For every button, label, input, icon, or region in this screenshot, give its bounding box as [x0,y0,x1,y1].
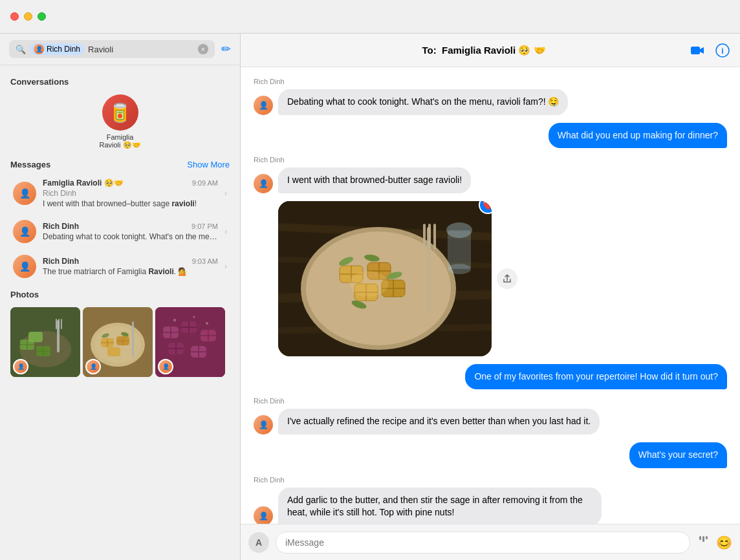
message-row: 👤 I've actually refined the recipe and i… [254,409,727,435]
chat-input-bar: A 😊 [241,524,740,560]
message-row: One of my favorites from your repertoire… [254,364,727,390]
audio-button[interactable] [697,535,710,550]
svg-rect-12 [28,332,43,342]
svg-rect-75 [433,224,436,250]
message-result[interactable]: 👤 Rich Dinh 9:03 AM The true matriarch o… [5,250,235,283]
svg-rect-5 [61,319,62,329]
video-call-button[interactable] [691,45,705,56]
message-result[interactable]: 👤 Rich Dinh 9:07 PM Debating what to coo… [5,215,235,248]
conversation-item[interactable]: 🥫 Famiglia Ravioli 🥺🤝 [0,89,240,155]
svg-rect-73 [423,224,426,250]
close-button[interactable] [10,12,19,21]
svg-point-42 [173,319,176,321]
photo-sender-avatar: 👤 [13,359,28,374]
search-query-text: Ravioli [88,45,113,54]
image-message-container: ❤️ [278,201,492,356]
chat-title: To: Famiglia Ravioli 🥺 🤝 [422,45,545,56]
photo-thumbnail[interactable]: 👤 [155,307,225,377]
message-from: Rich Dinh [43,189,218,198]
message-group-name: Rich Dinh [43,257,79,266]
app-container: 🔍 👤 Rich Dinh Ravioli × ✏ Conversations … [0,34,740,560]
chat-messages: Rich Dinh 👤 Debating what to cook tonigh… [241,67,740,524]
message-bubble: Debating what to cook tonight. What's on… [278,89,568,115]
sender-label: Rich Dinh [254,397,727,405]
message-result-header: Rich Dinh 9:03 AM [43,257,218,266]
compose-button[interactable]: ✏ [221,42,231,56]
message-group: Rich Dinh 👤 I've actually refined the re… [254,397,727,435]
message-result[interactable]: 👤 Famiglia Ravioli 🥺🤝 9:09 AM Rich Dinh … [5,173,235,213]
svg-point-44 [206,322,208,325]
photo-thumbnail[interactable]: 👤 [10,307,80,377]
photo-thumbnail[interactable]: 👤 [83,307,153,377]
photos-grid: 👤 [0,302,240,382]
clear-search-button[interactable]: × [198,44,208,54]
message-result-content: Rich Dinh 9:03 AM The true matriarch of … [43,257,218,276]
chat-header-actions: i [691,43,730,58]
search-icon: 🔍 [16,45,26,54]
message-bubble: One of my favorites from your repertoire… [465,364,727,390]
contact-chip: 👤 Rich Dinh [30,43,84,55]
message-time: 9:03 AM [192,257,218,265]
message-preview: The true matriarch of Famiglia Ravioli. … [43,267,218,276]
share-button[interactable] [497,268,517,289]
show-more-button[interactable]: Show More [187,160,230,169]
conversation-avatar: 🥫 [102,94,138,131]
video-icon [691,45,705,56]
chevron-right-icon: › [224,262,227,271]
message-group: Rich Dinh 👤 I went with that browned-but… [254,156,727,193]
svg-rect-3 [56,319,57,329]
svg-text:i: i [721,46,723,55]
sender-label: Rich Dinh [254,156,727,164]
message-bubble: Add garlic to the butter, and then stir … [278,488,602,524]
message-result-header: Rich Dinh 9:07 PM [43,222,218,231]
message-result-avatar: 👤 [13,220,36,243]
share-icon [502,274,512,284]
message-result-content: Rich Dinh 9:07 PM Debating what to cook … [43,222,218,241]
message-bubble: What's your secret? [629,442,727,468]
svg-rect-74 [428,224,431,250]
conversation-name: Famiglia Ravioli 🥺🤝 [99,133,140,149]
svg-point-43 [193,316,195,318]
apps-button[interactable]: A [248,532,269,553]
info-icon: i [715,43,730,58]
svg-rect-45 [691,47,700,54]
message-result-content: Famiglia Ravioli 🥺🤝 9:09 AM Rich Dinh I … [43,178,218,208]
message-bubble: What did you end up making for dinner? [549,123,727,149]
message-row: 👤 I went with that browned-butter sage r… [254,167,727,193]
svg-rect-77 [448,230,471,269]
chat-avatar: 👤 [254,174,273,193]
emoji-button[interactable]: 😊 [716,535,732,550]
image-bubble[interactable]: ❤️ [278,201,492,356]
contact-chip-label: Rich Dinh [47,45,80,54]
message-row: 👤 Debating what to cook tonight. What's … [254,89,727,115]
maximize-button[interactable] [38,12,46,21]
traffic-lights [0,12,56,21]
message-row: ❤️ [278,201,727,356]
message-bubble: I went with that browned-butter sage rav… [278,167,471,193]
minimize-button[interactable] [24,12,32,21]
message-result-avatar: 👤 [13,182,36,205]
sender-label: Rich Dinh [254,78,727,85]
message-preview: I went with that browned–butter sage rav… [43,199,218,208]
svg-rect-22 [107,347,120,356]
message-row: What did you end up making for dinner? [254,123,727,149]
title-bar [0,0,740,34]
svg-rect-79 [699,536,701,540]
audio-icon [697,535,710,548]
messages-section-title: Messages [10,160,50,169]
sidebar: 🔍 👤 Rich Dinh Ravioli × ✏ Conversations … [0,34,241,560]
message-input[interactable] [276,532,690,554]
info-button[interactable]: i [715,43,730,58]
ravioli-plate-art [278,201,492,356]
message-preview: Debating what to cook tonight. What's on… [43,232,218,241]
message-group: Rich Dinh 👤 Add garlic to the butter, an… [254,476,727,524]
message-result-avatar: 👤 [13,255,36,278]
message-group-name: Famiglia Ravioli 🥺🤝 [43,178,124,188]
search-bar[interactable]: 🔍 👤 Rich Dinh Ravioli × [9,40,215,58]
svg-point-71 [349,271,388,297]
ravioli-image [278,201,492,356]
contact-avatar: 👤 [34,44,44,54]
message-time: 9:07 PM [191,222,218,230]
chat-avatar: 👤 [254,506,273,524]
conversations-section-title: Conversations [0,72,240,89]
